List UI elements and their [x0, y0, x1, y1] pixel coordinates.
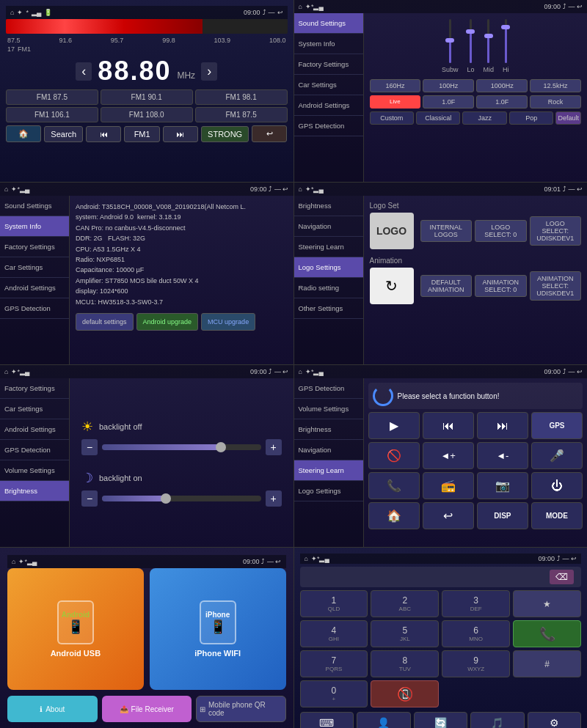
hz-12k[interactable]: 12.5kHz: [530, 79, 581, 92]
key-2[interactable]: 2ABC: [371, 590, 439, 617]
si-menu-factory[interactable]: Factory Settings: [0, 237, 69, 257]
logo-menu-nav[interactable]: Navigation: [294, 216, 363, 237]
st-menu-steer[interactable]: Steering Learn: [294, 460, 363, 481]
logo-menu-other[interactable]: Other Settings: [294, 298, 363, 319]
key-9[interactable]: 9WXYZ: [442, 650, 510, 677]
anim-select-0[interactable]: ANIMATION SELECT: 0: [475, 275, 527, 297]
hz-100[interactable]: 100Hz: [423, 79, 474, 92]
steer-radio[interactable]: 📻: [423, 472, 474, 499]
home-icon3[interactable]: ⌂: [4, 185, 8, 193]
mid-track[interactable]: [487, 19, 489, 63]
logo-menu-radio[interactable]: Radio setting: [294, 278, 363, 298]
band-btn[interactable]: FM1: [124, 126, 159, 142]
si-menu-sound[interactable]: Sound Settings: [0, 196, 69, 216]
key-star[interactable]: ★: [513, 590, 581, 617]
iphone-wifi-btn[interactable]: iPhone 📱 iPhone WIFI: [150, 568, 286, 690]
key-end[interactable]: 📵: [371, 680, 439, 707]
menu-android[interactable]: Android Settings: [294, 95, 363, 116]
key-1[interactable]: 1QLD: [300, 590, 368, 617]
next-btn[interactable]: ⏭: [163, 126, 198, 142]
key-5[interactable]: 5JKL: [371, 620, 439, 647]
steer-play[interactable]: ▶: [368, 412, 420, 439]
steer-cam[interactable]: 📷: [477, 472, 528, 499]
anim-select-udisk[interactable]: ANIMATION SELECT: UDISKDEV1: [530, 271, 582, 301]
android-usb-btn[interactable]: Android 📱 Android USB: [7, 568, 144, 690]
nav-keyboard[interactable]: ⌨: [300, 712, 354, 728]
br-menu-gps[interactable]: GPS Detection: [0, 440, 69, 460]
bright-on-minus[interactable]: −: [81, 490, 98, 507]
br-menu-android[interactable]: Android Settings: [0, 419, 69, 440]
anim-default[interactable]: DEFAULT ANIMATION: [420, 275, 473, 297]
menu-car[interactable]: Car Settings: [294, 75, 363, 95]
preset-1[interactable]: FM1 90.1: [101, 89, 193, 105]
st-menu-vol[interactable]: Volume Settings: [294, 399, 363, 419]
menu-gps[interactable]: GPS Detection: [294, 116, 363, 136]
hi-track[interactable]: [505, 19, 507, 63]
search-btn[interactable]: Search: [44, 126, 83, 142]
android-upgrade-btn[interactable]: Android upgrade: [136, 313, 199, 331]
about-btn[interactable]: ℹ About: [7, 696, 98, 722]
key-hash[interactable]: #: [513, 650, 581, 677]
lo-track[interactable]: [470, 19, 472, 63]
logo-select-0[interactable]: LOGO SELECT: 0: [475, 220, 527, 242]
br-menu-factory[interactable]: Factory Settings: [0, 378, 69, 399]
hi-knob[interactable]: [501, 25, 510, 29]
steer-mode[interactable]: MODE: [531, 502, 583, 529]
key-3[interactable]: 3DEF: [442, 590, 510, 617]
steer-power[interactable]: ⏻: [531, 472, 583, 499]
preset-0[interactable]: FM1 87.5: [6, 89, 98, 105]
freq-up-btn[interactable]: ›: [201, 62, 217, 81]
key-0[interactable]: 0+: [300, 680, 368, 707]
steer-prev[interactable]: ⏮: [423, 412, 474, 439]
eq-p-1f1[interactable]: 1.0F: [423, 95, 474, 109]
mcu-upgrade-btn[interactable]: MCU upgrade: [201, 313, 255, 331]
bright-on-plus[interactable]: +: [266, 490, 282, 507]
br-menu-car[interactable]: Car Settings: [0, 399, 69, 419]
backspace-btn[interactable]: ⌫: [550, 570, 574, 584]
key-8[interactable]: 8TUV: [371, 650, 439, 677]
logo-menu-bright[interactable]: Brightness: [294, 196, 363, 216]
preset-4[interactable]: FM1 108.0: [101, 107, 193, 122]
bright-off-thumb[interactable]: [216, 442, 226, 452]
home-icon[interactable]: ⌂: [10, 9, 14, 16]
eq-classical[interactable]: Classical: [416, 111, 461, 125]
si-menu-android[interactable]: Android Settings: [0, 278, 69, 298]
si-menu-system[interactable]: System Info: [0, 216, 69, 237]
si-menu-car[interactable]: Car Settings: [0, 257, 69, 278]
steer-mute[interactable]: 🚫: [368, 442, 420, 469]
key-6[interactable]: 6MNO: [442, 620, 510, 647]
menu-sysinfo[interactable]: System Info: [294, 34, 363, 54]
preset-2[interactable]: FM1 98.1: [195, 89, 288, 105]
nav-recent[interactable]: 🔄: [414, 712, 468, 728]
home-icon7[interactable]: ⌂: [12, 558, 15, 565]
home-btn[interactable]: 🏠: [6, 125, 41, 142]
st-menu-gps[interactable]: GPS Detection: [294, 378, 363, 399]
qr-code-btn[interactable]: ⊞ Mobile phone QR code: [196, 696, 286, 722]
hz-160[interactable]: 160Hz: [370, 79, 421, 92]
file-receiver-btn[interactable]: 📤 File Receiver: [102, 696, 192, 722]
nav-settings[interactable]: ⚙: [528, 712, 582, 728]
prev-btn[interactable]: ⏮: [86, 126, 121, 142]
steer-mic[interactable]: 🎤: [531, 442, 583, 469]
steer-call[interactable]: 📞: [368, 472, 420, 499]
menu-sound[interactable]: Sound Settings: [294, 13, 363, 34]
steer-next[interactable]: ⏭: [477, 412, 528, 439]
bright-on-thumb[interactable]: [161, 493, 171, 504]
back-btn[interactable]: ↩: [252, 125, 287, 142]
eq-default[interactable]: Default: [555, 111, 581, 125]
eq-p-1f2[interactable]: 1.0F: [476, 95, 528, 109]
freq-down-btn[interactable]: ‹: [76, 62, 92, 81]
bright-on-slider[interactable]: [102, 496, 261, 501]
home-icon5[interactable]: ⌂: [4, 368, 8, 375]
home-icon4[interactable]: ⌂: [299, 185, 302, 193]
st-menu-nav[interactable]: Navigation: [294, 440, 363, 460]
default-settings-btn[interactable]: default settings: [76, 313, 134, 331]
key-call[interactable]: 📞: [513, 620, 581, 647]
st-menu-bright[interactable]: Brightness: [294, 419, 363, 440]
eq-p-live[interactable]: Live: [370, 95, 421, 109]
subw-track[interactable]: [449, 19, 451, 63]
home-icon2[interactable]: ⌂: [299, 3, 302, 10]
bright-off-slider[interactable]: [102, 444, 261, 450]
steer-vol-up[interactable]: ◄+: [423, 442, 474, 469]
eq-pop[interactable]: Pop: [509, 111, 554, 125]
